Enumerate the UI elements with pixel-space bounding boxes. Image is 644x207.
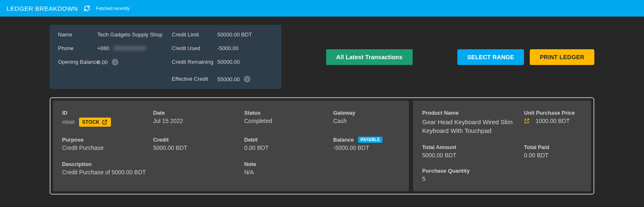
field-product-name: Product Name Gear Head Keyboard Wired Sl… (422, 110, 520, 135)
credit-used-value: -5000.00 (217, 45, 273, 51)
field-total-amount: Total Amount 5000.00 BDT (422, 144, 520, 159)
transaction-panel: ID #88d8 STOCK Date Jul 15 2022 Status (53, 101, 409, 191)
debit-label: Debit (244, 137, 333, 143)
refresh-icon[interactable] (84, 5, 90, 12)
opening-balance-number: 0.00 (97, 59, 108, 65)
purpose-label: Purpose (62, 137, 153, 143)
header-bar: LEDGER BREAKDOWN Fetched recently (0, 0, 644, 17)
credit-limit-value: 50000.00 BDT (217, 31, 273, 38)
date-value: Jul 15 2022 (153, 118, 244, 124)
id-text: #88d8 (62, 120, 75, 125)
id-label: ID (62, 110, 153, 116)
phone-value: +880XXXXXXXXX (97, 45, 172, 51)
product-name-value: Gear Head Keyboard Wired Slim Keyboard W… (422, 118, 520, 135)
field-credit: Credit 5000.00 BDT (153, 137, 244, 151)
balance-label-text: Balance (333, 137, 354, 143)
phone-label: Phone (58, 45, 97, 51)
field-balance: Balance PAYABLE -5000.00 BDT (333, 137, 400, 151)
id-value: #88d8 STOCK (62, 118, 153, 127)
stock-badge[interactable]: STOCK (79, 118, 111, 127)
field-total-paid: Total Paid 0.00 BDT (524, 144, 582, 159)
product-name-label: Product Name (422, 110, 520, 116)
payable-badge: PAYABLE (358, 137, 382, 143)
action-group: SELECT RANGE PRINT LEDGER (457, 49, 594, 65)
total-paid-label: Total Paid (524, 144, 582, 150)
external-link-icon (102, 119, 108, 125)
total-paid-value: 0.00 BDT (524, 152, 582, 159)
description-label: Description (62, 161, 244, 167)
credit-value: 5000.00 BDT (153, 144, 244, 151)
field-description: Description Credit Purchase of 5000.00 B… (62, 161, 244, 176)
balance-value: -5000.00 BDT (333, 144, 400, 151)
credit-used-label: Credit Used (172, 45, 217, 51)
unit-price-value: 1000.00 BDT (524, 118, 582, 124)
unit-price-number: 1000.00 BDT (536, 118, 570, 124)
field-id: ID #88d8 STOCK (62, 110, 153, 127)
effective-credit-label: Effective Credit (172, 76, 217, 82)
field-date: Date Jul 15 2022 (153, 110, 244, 127)
unit-price-label: Unit Purchase Price (524, 110, 582, 116)
opening-balance-label: Opening Balance (58, 59, 97, 65)
field-debit: Debit 0.00 BDT (244, 137, 333, 151)
select-range-button[interactable]: SELECT RANGE (457, 49, 524, 65)
credit-remaining-label: Credit Remaining (172, 59, 217, 65)
effective-credit-value: 55000.00 i (217, 76, 273, 82)
info-icon[interactable]: i (112, 59, 118, 65)
credit-remaining-value: 50000.00 (217, 59, 273, 65)
purchase-qty-value: 5 (422, 176, 582, 182)
supplier-info-card: Name Phone Opening Balance Tech Gadgets … (50, 25, 281, 89)
field-note: Note N/A (244, 161, 400, 176)
description-value: Credit Purchase of 5000.00 BDT (62, 169, 244, 176)
date-label: Date (153, 110, 244, 116)
gateway-value: Cash (333, 118, 400, 124)
credit-limit-label: Credit Limit (172, 31, 217, 38)
all-latest-transactions-button[interactable]: All Latest Transactions (326, 49, 412, 65)
debit-value: 0.00 BDT (244, 144, 333, 151)
credit-label: Credit (153, 137, 244, 143)
status-label: Status (244, 110, 333, 116)
field-purchase-qty: Purchase Quantity 5 (422, 168, 582, 182)
field-unit-price: Unit Purchase Price 1000.00 BDT (524, 110, 582, 135)
phone-prefix: +880 (97, 45, 109, 51)
phone-redacted: XXXXXXXXX (113, 45, 146, 51)
name-value: Tech Gadgets Supply Shop (97, 31, 172, 38)
info-icon[interactable]: i (244, 76, 250, 82)
name-label: Name (58, 31, 97, 38)
field-status: Status Completed (244, 110, 333, 127)
purchase-qty-label: Purchase Quantity (422, 168, 582, 174)
fetched-status: Fetched recently (96, 6, 130, 11)
field-purpose: Purpose Credit Purchase (62, 137, 153, 151)
purpose-value: Credit Purchase (62, 144, 153, 151)
total-amount-label: Total Amount (422, 144, 520, 150)
product-panel: Product Name Gear Head Keyboard Wired Sl… (413, 101, 591, 191)
note-label: Note (244, 161, 400, 167)
print-ledger-button[interactable]: PRINT LEDGER (530, 49, 594, 65)
field-gateway: Gateway Cash (333, 110, 400, 127)
opening-balance-value: 0.00 i (97, 59, 172, 65)
page-title: LEDGER BREAKDOWN (7, 5, 78, 12)
summary-section: Name Phone Opening Balance Tech Gadgets … (0, 17, 644, 93)
effective-credit-number: 55000.00 (217, 76, 240, 82)
note-value: N/A (244, 169, 400, 176)
gateway-label: Gateway (333, 110, 400, 116)
transaction-row: ID #88d8 STOCK Date Jul 15 2022 Status (50, 97, 594, 195)
external-link-icon[interactable] (524, 118, 530, 124)
balance-label: Balance PAYABLE (333, 137, 400, 143)
stock-badge-label: STOCK (82, 119, 100, 125)
status-value: Completed (244, 118, 333, 124)
total-amount-value: 5000.00 BDT (422, 152, 520, 159)
